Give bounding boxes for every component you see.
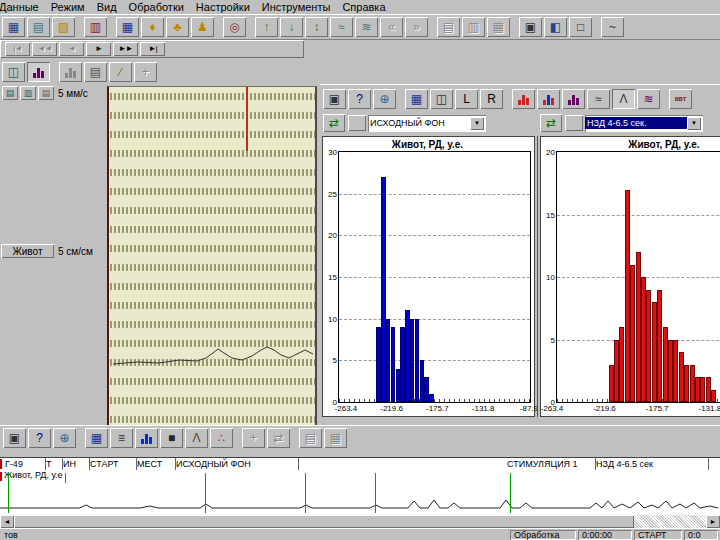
horizontal-scrollbar[interactable]: ◄ ► <box>0 515 720 528</box>
link-cursor-icon-button[interactable]: ⇄ <box>540 114 562 132</box>
histogram-bar <box>690 365 695 403</box>
dark-panel-icon-button[interactable]: ■ <box>160 428 183 448</box>
navigation-row: |◄◄◄◄►►►►| <box>0 40 720 60</box>
print-icon-button[interactable]: ▣ <box>3 428 26 448</box>
x-axis: -263.4-219.6-175.7-131.8-87.9 <box>338 403 530 414</box>
wave-icon-button[interactable]: ≈ <box>587 89 610 109</box>
scrollbar-thumb[interactable] <box>14 515 634 528</box>
signal-mode-icon-button[interactable]: ~ <box>601 17 624 37</box>
artifact-clear-icon-button[interactable]: ↕ <box>305 17 328 37</box>
page-copy-icon-button[interactable]: ▥ <box>20 86 36 100</box>
status-cell: 0:00:00 <box>578 530 632 540</box>
histogram-body: ⇄ ИСХОДНЫЙ ФОН ▼ ⇄ НЗД 4-6.5 сек. ▼ <box>320 112 720 425</box>
event-marker <box>375 473 376 513</box>
histogram-bar <box>695 377 700 402</box>
menu-item[interactable]: Данные <box>0 1 45 13</box>
status-cell: Обработка <box>510 530 576 540</box>
artifact-down-icon-button[interactable]: ↓ <box>280 17 303 37</box>
help-icon-button[interactable]: ? <box>28 428 51 448</box>
histogram-bar <box>663 327 668 402</box>
menu-item[interactable]: Инструменты <box>256 1 337 13</box>
event2-icon-button[interactable]: ♣ <box>166 17 189 37</box>
page-icons-bar: ▤▥▤ <box>1 86 55 100</box>
menu-item[interactable]: Настройки <box>190 1 256 13</box>
search-icon-button[interactable]: ◎ <box>223 17 246 37</box>
grid-table-icon-button[interactable]: ▦ <box>85 428 108 448</box>
histogram-bar <box>673 340 678 403</box>
go-next-fast-button[interactable]: ►► <box>113 42 138 56</box>
y-tick-label: 15 <box>546 210 555 219</box>
artifact-up-icon-button[interactable]: ↑ <box>255 17 278 37</box>
histogram-blue-icon-button[interactable] <box>135 428 158 448</box>
wave-purple-icon-button[interactable]: ≋ <box>637 89 660 109</box>
chevron-down-icon[interactable]: ▼ <box>470 117 484 130</box>
lambda-icon-button[interactable]: Λ <box>612 89 635 109</box>
menu-item[interactable]: Режим <box>45 1 91 13</box>
calc-icon-button[interactable]: ▦ <box>116 17 139 37</box>
report-icon-button: ▦ <box>487 17 510 37</box>
dataset-select-left[interactable]: ИСХОДНЫЙ ФОН ▼ <box>368 115 486 132</box>
channel-button-zhivot[interactable]: Живот <box>1 244 54 258</box>
color-swatch-button[interactable] <box>565 115 583 131</box>
mountain-icon-button[interactable]: Λ <box>185 428 208 448</box>
spectrum-icon-button[interactable]: ∴ <box>210 428 233 448</box>
dataset-select-right[interactable]: НЗД 4-6.5 сек. ▼ <box>585 115 703 132</box>
combo-icons: ⇄ <box>322 114 346 132</box>
y-tick-label: 10 <box>328 314 337 323</box>
page-list-icon-button[interactable]: ▤ <box>38 86 54 100</box>
split-view-icon-button[interactable]: ◫ <box>430 89 453 109</box>
color-swatch-button[interactable] <box>348 115 366 131</box>
smooth-strong-icon-button[interactable]: ≋ <box>355 17 378 37</box>
histogram-compare-icon-button[interactable] <box>537 89 560 109</box>
histogram-view-icon-button[interactable] <box>27 62 50 82</box>
scroll-right-button[interactable]: ► <box>706 515 720 528</box>
menu-item[interactable]: Обработки <box>123 1 190 13</box>
export-icon-button[interactable]: ▥ <box>84 17 107 37</box>
card-file-icon-button[interactable]: ▤ <box>27 17 50 37</box>
print-icon-button[interactable]: ▣ <box>519 17 542 37</box>
globe-icon-button[interactable]: ⊕ <box>373 89 396 109</box>
histogram-dark-icon-button[interactable] <box>562 89 585 109</box>
annotate-icon-button[interactable]: ∕ <box>109 62 132 82</box>
globe-icon-button[interactable]: ⊕ <box>53 428 76 448</box>
report-page-icon-button[interactable]: ▤ <box>84 62 107 82</box>
list-icon-button[interactable]: ≡ <box>110 428 133 448</box>
copy-icon-button: ▤ <box>437 17 460 37</box>
x-tick-label: -131.8 <box>472 404 495 413</box>
print-icon-button[interactable]: ▣ <box>323 89 346 109</box>
gridline <box>339 360 530 361</box>
page-add-icon-button[interactable]: ▤ <box>2 86 18 100</box>
table-icon-button[interactable]: ▦ <box>405 89 428 109</box>
dataset-selector-right: ⇄ НЗД 4-6.5 сек. ▼ <box>539 114 703 132</box>
signal-strip-chart[interactable] <box>107 86 317 426</box>
histogram-bar <box>381 177 385 402</box>
histogram-panel: ▣?⊕▦◫LR≈Λ≋авт ⇄ ИСХОДНЫЙ ФОН ▼ ⇄ НЗД 4-6… <box>320 84 720 425</box>
trend-chart[interactable]: Живот, РД, у.е <box>0 470 720 515</box>
go-last-button[interactable]: ►| <box>140 42 165 56</box>
menu-item[interactable]: Вид <box>91 1 123 13</box>
event-icon-button[interactable]: ♦ <box>141 17 164 37</box>
histogram-toolbar: ▣?⊕▦◫LR≈Λ≋авт <box>322 87 693 111</box>
chevron-down-icon[interactable]: ▼ <box>687 117 701 130</box>
auto-scale-icon-button[interactable]: авт <box>669 89 692 109</box>
save-icon-button[interactable]: ▦ <box>2 17 25 37</box>
histogram-bar <box>684 365 689 403</box>
left-channel-icon-button[interactable]: L <box>455 89 478 109</box>
view-mode-icon-button[interactable]: ◫ <box>2 62 25 82</box>
help-icon-button[interactable]: ? <box>348 89 371 109</box>
right-channel-icon-button[interactable]: R <box>480 89 503 109</box>
go-next-button[interactable]: ► <box>86 42 111 56</box>
menu-item[interactable]: Справка <box>336 1 391 13</box>
link-cursor-icon-button[interactable]: ⇄ <box>323 114 345 132</box>
window-layout-icon-button[interactable]: ◧ <box>544 17 567 37</box>
scroll-left-button[interactable]: ◄ <box>0 515 14 528</box>
histogram-red-icon-button[interactable] <box>512 89 535 109</box>
patient-icon-button[interactable]: ♟ <box>191 17 214 37</box>
smooth-icon-button[interactable]: ≈ <box>330 17 353 37</box>
open-folder-icon-button[interactable]: ▨ <box>52 17 75 37</box>
x-tick-label: -219.6 <box>380 404 403 413</box>
y-tick-label: 5 <box>332 356 336 365</box>
toolbar-record-navigation: |◄◄◄◄►►►►| <box>0 40 304 58</box>
preview-icon-button[interactable]: □ <box>569 17 592 37</box>
table2-icon-button: ▦ <box>324 428 347 448</box>
